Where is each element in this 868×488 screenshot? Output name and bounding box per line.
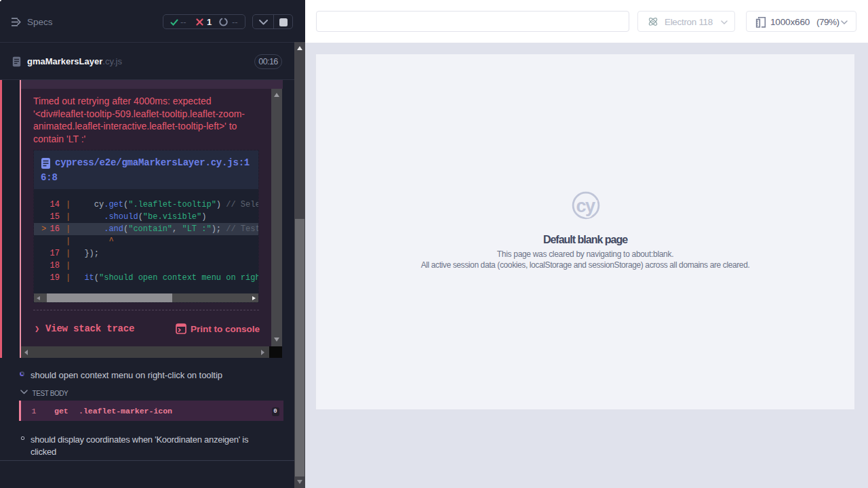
svg-text:cy: cy	[576, 196, 596, 216]
